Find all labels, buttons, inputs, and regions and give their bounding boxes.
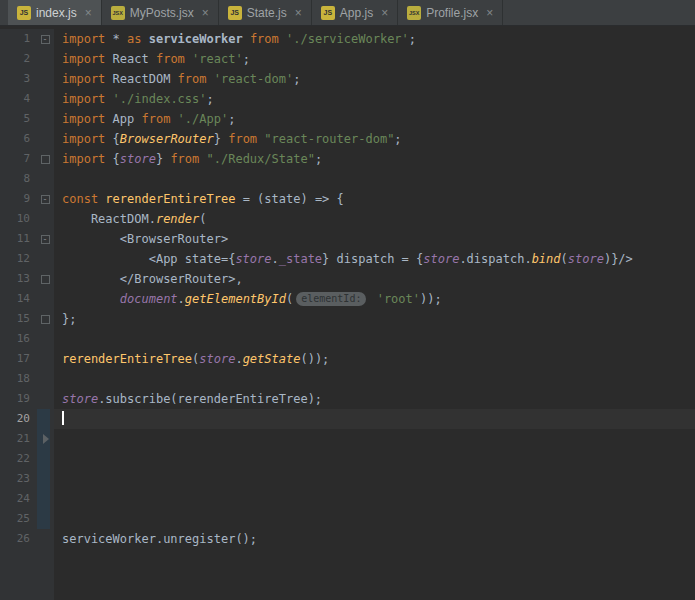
fold-marker-icon[interactable]: -: [41, 235, 50, 244]
code-text[interactable]: [54, 509, 695, 529]
code-line-11[interactable]: 11- <BrowserRouter>: [0, 229, 695, 249]
line-number: 26: [0, 529, 36, 549]
code-line-2[interactable]: 2import React from 'react';: [0, 49, 695, 69]
line-number: 7: [0, 149, 36, 169]
code-line-15[interactable]: 15};: [0, 309, 695, 329]
fold-column: -: [36, 229, 54, 249]
line-number: 4: [0, 89, 36, 109]
code-line-16[interactable]: 16: [0, 329, 695, 349]
tab-index.js[interactable]: JSindex.js×: [8, 0, 102, 25]
editor: 1-import * as serviceWorker from './serv…: [0, 26, 695, 600]
code-text[interactable]: import './index.css';: [54, 89, 695, 109]
fold-column: -: [36, 29, 54, 49]
tab-label: Profile.jsx: [426, 6, 478, 20]
code-token: serviceWorker: [149, 32, 250, 46]
code-line-8[interactable]: 8: [0, 169, 695, 189]
code-line-26[interactable]: 26serviceWorker.unregister();: [0, 529, 695, 549]
code-token: rerenderEntireTree: [62, 352, 192, 366]
code-line-6[interactable]: 6import {BrowserRouter} from "react-rout…: [0, 129, 695, 149]
line-number: 6: [0, 129, 36, 149]
code-text[interactable]: <App state={store._state} dispatch = {st…: [54, 249, 695, 269]
line-number: 25: [0, 509, 36, 529]
tab-App.js[interactable]: JSApp.js×: [312, 0, 398, 25]
code-text[interactable]: serviceWorker.unregister();: [54, 529, 695, 549]
tab-label: App.js: [340, 6, 373, 20]
code-text[interactable]: rerenderEntireTree(store.getState());: [54, 349, 695, 369]
code-line-25[interactable]: 25: [0, 509, 695, 529]
code-line-19[interactable]: 19store.subscribe(rerenderEntireTree);: [0, 389, 695, 409]
code-text[interactable]: [54, 329, 695, 349]
code-text[interactable]: import React from 'react';: [54, 49, 695, 69]
code-text[interactable]: [54, 469, 695, 489]
code-line-14[interactable]: 14 document.getElementById(elementId: 'r…: [0, 289, 695, 309]
code-line-24[interactable]: 24: [0, 489, 695, 509]
code-line-4[interactable]: 4import './index.css';: [0, 89, 695, 109]
code-text[interactable]: [54, 409, 695, 429]
fold-marker-icon[interactable]: -: [41, 35, 50, 44]
tab-MyPosts.jsx[interactable]: JSXMyPosts.jsx×: [102, 0, 219, 25]
code-line-20[interactable]: 20: [0, 409, 695, 429]
fold-marker-icon[interactable]: [41, 155, 50, 164]
code-text[interactable]: </BrowserRouter>,: [54, 269, 695, 289]
code-text[interactable]: import {BrowserRouter} from "react-route…: [54, 129, 695, 149]
code-line-12[interactable]: 12 <App state={store._state} dispatch = …: [0, 249, 695, 269]
code-line-18[interactable]: 18: [0, 369, 695, 389]
code-token: from: [250, 32, 286, 46]
code-text[interactable]: [54, 429, 695, 449]
editor-empty-area[interactable]: [54, 549, 695, 600]
code-text[interactable]: import ReactDOM from 'react-dom';: [54, 69, 695, 89]
code-token: </BrowserRouter>,: [62, 272, 243, 286]
code-token: getElementById: [185, 292, 286, 306]
code-line-10[interactable]: 10 ReactDOM.render(: [0, 209, 695, 229]
code-line-3[interactable]: 3import ReactDOM from 'react-dom';: [0, 69, 695, 89]
code-text[interactable]: [54, 449, 695, 469]
code-token: import: [62, 132, 113, 146]
code-line-23[interactable]: 23: [0, 469, 695, 489]
code-line-9[interactable]: 9-const rerenderEntireTree = (state) => …: [0, 189, 695, 209]
code-line-1[interactable]: 1-import * as serviceWorker from './serv…: [0, 29, 695, 49]
code-token: render: [156, 212, 199, 226]
code-text[interactable]: [54, 169, 695, 189]
code-line-21[interactable]: 21: [0, 429, 695, 449]
fold-column: [36, 129, 54, 149]
code-text[interactable]: [54, 489, 695, 509]
tab-Profile.jsx[interactable]: JSXProfile.jsx×: [398, 0, 503, 25]
code-text[interactable]: [54, 369, 695, 389]
code-line-5[interactable]: 5import App from './App';: [0, 109, 695, 129]
code-token: store: [423, 252, 459, 266]
tab-State.js[interactable]: JSState.js×: [219, 0, 312, 25]
line-number: 14: [0, 289, 36, 309]
fold-marker-icon[interactable]: [41, 275, 50, 284]
code-text[interactable]: <BrowserRouter>: [54, 229, 695, 249]
line-number: 17: [0, 349, 36, 369]
fold-column: [36, 369, 54, 389]
code-text[interactable]: ReactDOM.render(: [54, 209, 695, 229]
code-line-7[interactable]: 7import {store} from "./Redux/State";: [0, 149, 695, 169]
code-token: React: [113, 52, 156, 66]
code-text[interactable]: import App from './App';: [54, 109, 695, 129]
code-text[interactable]: import {store} from "./Redux/State";: [54, 149, 695, 169]
tab-close-icon[interactable]: ×: [295, 6, 302, 20]
code-text[interactable]: document.getElementById(elementId: 'root…: [54, 289, 695, 309]
code-text[interactable]: import * as serviceWorker from './servic…: [54, 29, 695, 49]
code-text[interactable]: const rerenderEntireTree = (state) => {: [54, 189, 695, 209]
code-token: serviceWorker.unregister();: [62, 532, 257, 546]
tab-close-icon[interactable]: ×: [202, 6, 209, 20]
code-line-22[interactable]: 22: [0, 449, 695, 469]
tab-close-icon[interactable]: ×: [85, 6, 92, 20]
tab-label: State.js: [247, 6, 287, 20]
fold-marker-icon[interactable]: -: [41, 195, 50, 204]
tab-bar: JSindex.js×JSXMyPosts.jsx×JSState.js×JSA…: [0, 0, 695, 26]
code-line-17[interactable]: 17rerenderEntireTree(store.getState());: [0, 349, 695, 369]
code-token: from: [141, 112, 177, 126]
code-text[interactable]: store.subscribe(rerenderEntireTree);: [54, 389, 695, 409]
fold-marker-icon[interactable]: [41, 315, 50, 324]
tab-close-icon[interactable]: ×: [486, 6, 493, 20]
code-token: from: [228, 132, 264, 146]
line-number: 8: [0, 169, 36, 189]
code-token: *: [113, 32, 127, 46]
tab-close-icon[interactable]: ×: [381, 6, 388, 20]
code-text[interactable]: };: [54, 309, 695, 329]
code-line-13[interactable]: 13 </BrowserRouter>,: [0, 269, 695, 289]
fold-column: [36, 169, 54, 189]
